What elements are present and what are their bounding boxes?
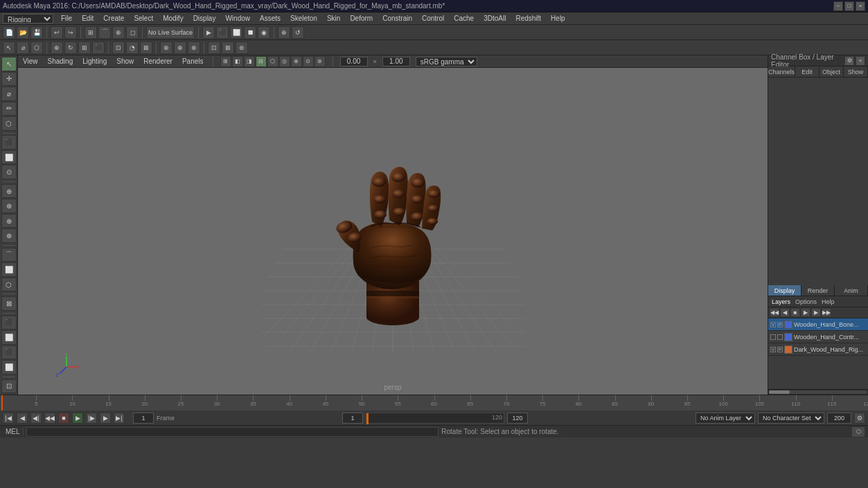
tb-snap-surface[interactable]: ◻ [126, 26, 139, 39]
tool-extra2[interactable]: ⬜ [1, 330, 17, 345]
vp-icon-2[interactable]: ◧ [232, 56, 243, 67]
menu-create[interactable]: Create [101, 14, 126, 23]
tb2-uni-manip[interactable]: ⬛ [92, 42, 105, 54]
tb2-r2[interactable]: ⊠ [222, 42, 234, 54]
layer-1-rp-vis[interactable]: P [777, 322, 783, 327]
vp-gamma-select[interactable]: sRGB gamma Linear [416, 57, 477, 66]
mode-selector[interactable]: Rigging Animation Polygons Surfaces Dyna… [3, 14, 53, 24]
vp-menu-view[interactable]: View [21, 57, 40, 66]
vp-icon-7[interactable]: ⊕ [291, 56, 302, 67]
rp-tab-channels[interactable]: Channels [768, 66, 795, 77]
play-backward[interactable]: ◀◀ [44, 413, 55, 424]
play-next-frame[interactable]: ▶ [100, 413, 111, 424]
minimize-button[interactable]: − [833, 1, 843, 11]
tb-no-live[interactable]: No Live Surface [146, 26, 195, 39]
anim-layer-selector[interactable]: No Anim Layer [696, 413, 755, 424]
tool-cluster[interactable]: ⊕ [1, 214, 17, 228]
tb-new[interactable]: 📄 [3, 26, 15, 39]
close-button[interactable]: × [856, 1, 865, 11]
play-to-end[interactable]: ▶| [114, 413, 125, 424]
layers-tab-options[interactable]: Options [793, 298, 819, 306]
layer-item-1[interactable]: V P Wooden_Hand_Bone... [768, 318, 868, 331]
tb2-rotate[interactable]: ↻ [64, 42, 77, 54]
rp-tab-show[interactable]: Show [844, 66, 868, 77]
menu-edit[interactable]: Edit [80, 14, 96, 23]
layer-item-2[interactable]: Wooden_Hand_Contr... [768, 331, 868, 343]
layers-tab-help[interactable]: Help [820, 298, 837, 306]
tool-bottom[interactable]: ⊡ [1, 379, 17, 394]
vp-menu-show[interactable]: Show [114, 57, 136, 66]
dra-tab-display[interactable]: Display [768, 285, 801, 296]
tb-extra1[interactable]: ⊕ [278, 26, 290, 39]
layers-nav-play[interactable]: ▶ [801, 308, 811, 317]
tb2-r1[interactable]: ⊡ [208, 42, 220, 54]
menu-select[interactable]: Select [132, 14, 155, 23]
tb-render3[interactable]: ⬜ [230, 26, 242, 39]
menu-help[interactable]: Help [549, 14, 567, 23]
menu-display[interactable]: Display [191, 14, 218, 23]
tool-joint[interactable]: ⊕ [1, 184, 17, 199]
tool-curve[interactable]: ⌒ [1, 248, 17, 262]
range-start-input[interactable]: 1 [342, 413, 363, 424]
bc-extra-btn[interactable]: ⚙ [854, 413, 865, 424]
timeline[interactable]: 5101520253035404550556065707580859095100… [0, 395, 868, 410]
tool-blend[interactable]: ⊕ [1, 228, 17, 243]
vp-icon-3[interactable]: ◨ [244, 56, 255, 67]
viewport-3d[interactable]: persp X Y Z [18, 68, 768, 395]
tool-extra4[interactable]: ⬜ [1, 360, 17, 374]
tb2-pivot[interactable]: ⊡ [112, 42, 125, 54]
vp-icon-1[interactable]: ⊞ [220, 56, 231, 67]
rp-tab-edit[interactable]: Edit [795, 66, 820, 77]
maximize-button[interactable]: □ [844, 1, 854, 11]
rp-close-btn[interactable]: × [856, 56, 865, 66]
tb-render1[interactable]: ▶ [202, 26, 215, 39]
tb2-lasso[interactable]: ⌀ [17, 42, 29, 54]
menu-window[interactable]: Window [223, 14, 252, 23]
menu-control[interactable]: Control [420, 14, 446, 23]
timeline-ruler[interactable]: 5101520253035404550556065707580859095100… [0, 395, 868, 410]
vp-menu-shading[interactable]: Shading [46, 57, 76, 66]
tool-extra1[interactable]: ⬛ [1, 316, 17, 330]
current-frame-input[interactable]: 1 [133, 413, 154, 424]
tb-render5[interactable]: ◉ [258, 26, 270, 39]
layer-3-rp-vis[interactable]: P [777, 347, 783, 352]
menu-assets[interactable]: Assets [258, 14, 283, 23]
char-set-selector[interactable]: No Character Set [758, 413, 824, 424]
layers-tab-layers[interactable]: Layers [770, 298, 792, 306]
menu-skeleton[interactable]: Skeleton [288, 14, 319, 23]
play-prev-key[interactable]: ◀| [30, 413, 42, 424]
tool-surface[interactable]: ⬜ [1, 262, 17, 277]
layer-1-vp-vis[interactable]: V [770, 322, 776, 327]
tb2-r3[interactable]: ⊛ [236, 42, 248, 54]
tool-move-world[interactable]: ✛ [1, 72, 17, 87]
menu-3dtoall[interactable]: 3DtoAll [481, 14, 508, 23]
tb-snap-point[interactable]: ⊕ [112, 26, 125, 39]
alt-end-input[interactable]: 200 [827, 413, 851, 424]
dra-tab-render[interactable]: Render [801, 285, 835, 296]
layers-nav-prev[interactable]: ◀ [780, 308, 790, 317]
tool-paint[interactable]: ✏ [1, 102, 17, 116]
tool-polygon[interactable]: ⬡ [1, 278, 17, 292]
menu-cache[interactable]: Cache [452, 14, 476, 23]
tool-sculpt[interactable]: ⬡ [1, 116, 17, 131]
layers-nav-next[interactable]: ▶ [811, 308, 821, 317]
dra-tab-anim[interactable]: Anim [835, 285, 868, 296]
menu-constrain[interactable]: Constrain [380, 14, 414, 23]
rp-scroll-thumb[interactable] [769, 390, 790, 394]
layer-3-vp-vis[interactable]: V [770, 347, 776, 352]
range-end-input[interactable]: 120 [507, 413, 528, 424]
tool-render[interactable]: ⬜ [1, 150, 17, 165]
vp-icon-5[interactable]: ⬡ [267, 56, 278, 67]
vp-menu-renderer[interactable]: Renderer [141, 57, 175, 66]
script-editor-btn[interactable]: ⬡ [851, 426, 865, 437]
tool-select[interactable]: ↖ [1, 57, 17, 71]
vp-menu-panels[interactable]: Panels [180, 57, 206, 66]
layer-2-rp-vis[interactable] [777, 334, 783, 340]
tool-lasso[interactable]: ⌀ [1, 87, 17, 101]
menu-modify[interactable]: Modify [161, 14, 185, 23]
vp-input-val1[interactable]: 0.00 [340, 57, 368, 66]
layer-item-3[interactable]: V P Dark_Wood_Hand_Rig... [768, 343, 868, 356]
vp-icon-6[interactable]: ◎ [279, 56, 290, 67]
layers-nav-stop[interactable]: ■ [790, 308, 800, 317]
vp-icon-8[interactable]: ⊙ [303, 56, 314, 67]
